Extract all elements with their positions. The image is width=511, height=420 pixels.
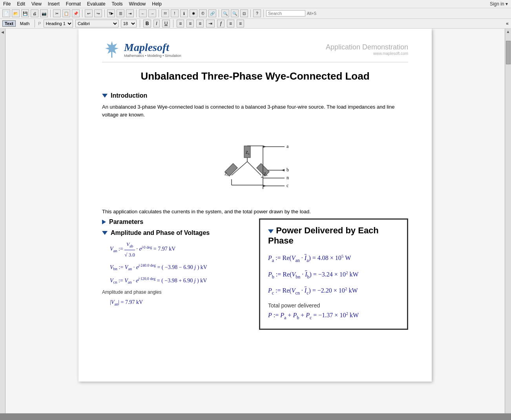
print-icon[interactable]: 🖨 (31, 9, 38, 17)
arrow-left-icon[interactable]: ← (139, 9, 147, 17)
left-margin: ◀ (0, 29, 5, 413)
style-select[interactable]: Heading 1 (44, 20, 73, 27)
list2-button[interactable]: ≡ (237, 20, 244, 27)
menu-evaluate[interactable]: Evaluate (87, 1, 106, 7)
indent-increase-button[interactable]: ⇥ (206, 20, 215, 27)
screenshot-icon[interactable]: 📷 (40, 9, 48, 17)
menu-tools[interactable]: Tools (112, 1, 123, 7)
sep1 (50, 9, 51, 17)
zoom-in-icon[interactable]: 🔍 (221, 9, 229, 17)
info-icon[interactable]: ℹ (180, 9, 188, 17)
align-left-button[interactable]: ≡ (177, 20, 184, 27)
asterisk-icon[interactable]: ✱ (190, 9, 197, 17)
power-collapse-icon[interactable] (268, 229, 274, 233)
math-mode-button[interactable]: Math (18, 21, 31, 26)
fmt-sep (140, 20, 140, 27)
signin-area: Sign in ▾ (490, 1, 508, 7)
text-format-icon[interactable]: T▶ (107, 9, 115, 17)
align-right-button[interactable]: ≡ (196, 20, 204, 27)
open-icon[interactable]: 📂 (12, 9, 20, 17)
collapse-icon[interactable]: « (506, 21, 509, 26)
power-section: Power Delivered by Each Phase Pa := Re(V… (259, 218, 408, 330)
signin-link[interactable]: Sign in (490, 1, 504, 7)
parameters-collapse-icon[interactable] (102, 220, 106, 224)
doc-outer: ◀ Maplesoft Mathematics • Mode (0, 29, 511, 413)
svg-text:b: b (287, 167, 289, 173)
cut-icon[interactable]: ✂ (53, 9, 61, 17)
logo-area: Maplesoft Mathematics • Modeling • Simul… (102, 40, 181, 58)
voltages-collapse-icon[interactable] (102, 231, 108, 235)
size-select[interactable]: 18 (121, 20, 137, 27)
menu-help[interactable]: Help (152, 1, 162, 7)
svg-marker-7 (263, 145, 266, 148)
doc-scroll: Maplesoft Mathematics • Modeling • Simul… (5, 29, 505, 413)
intro-collapse-icon[interactable] (102, 94, 108, 98)
menubar: File Edit View Insert Format Evaluate To… (0, 0, 511, 8)
search-shortcut: Alt+S (307, 11, 316, 16)
svg-text:a: a (287, 144, 289, 149)
app-demo-area: Application Demonstration www.maplesoft.… (326, 43, 408, 56)
formula-button[interactable]: ƒ (217, 20, 224, 27)
fmt-sep2 (173, 20, 173, 27)
power-heading-text: Power Delivered by Each Phase (268, 225, 379, 245)
circled-c-icon[interactable]: © (199, 9, 207, 17)
total-power-formula: P := Pa + Pb + Pc = −1.37 × 102 kW (268, 311, 399, 321)
menu-view[interactable]: View (31, 1, 42, 7)
italic-button[interactable]: I (153, 20, 159, 27)
zoom-out-icon[interactable]: 🔍 (231, 9, 239, 17)
search-input[interactable] (266, 10, 305, 16)
left-col: Parameters Amplitude and Phase of Voltag… (102, 218, 259, 330)
scroll-up-arrow[interactable]: ▲ (506, 29, 510, 34)
scrollbar[interactable]: ▲ (505, 29, 511, 413)
scroll-thumb[interactable] (506, 41, 511, 64)
van-formula: Van := Vab √ 3.0 · ej·0 deg = 7.97 kV (110, 240, 255, 260)
intro-heading-text: Introduction (111, 92, 147, 99)
menu-edit[interactable]: Edit (17, 1, 25, 7)
left-arrow[interactable]: ◀ (1, 30, 4, 34)
paragraph-icon: P (38, 21, 41, 26)
list-icon[interactable]: ☰ (117, 9, 124, 17)
link-icon[interactable]: 🔗 (208, 9, 216, 17)
menubar-items: File Edit View Insert Format Evaluate To… (3, 1, 162, 7)
sep7 (250, 9, 251, 17)
text-mode-button[interactable]: Text (2, 20, 16, 27)
save-icon[interactable]: 💾 (21, 9, 29, 17)
logo-name: Maplesoft (124, 41, 181, 54)
circuit-svg: a b n c Za (200, 124, 310, 203)
sep6 (219, 9, 219, 17)
excl-icon[interactable]: ! (171, 9, 179, 17)
copy-icon[interactable]: 📋 (62, 9, 70, 17)
bold-button[interactable]: B (143, 20, 151, 27)
indent-icon[interactable]: ⇥ (126, 9, 134, 17)
font-select[interactable]: Calibri (75, 20, 119, 27)
doc-title: Unbalanced Three-Phase Wye-Connected Loa… (102, 70, 408, 82)
app-demo-url: www.maplesoft.com (326, 51, 408, 56)
menu-insert[interactable]: Insert (48, 1, 60, 7)
subsection-text: Amplitude and phase angles (102, 289, 255, 295)
align-center-button[interactable]: ≡ (186, 20, 194, 27)
redo-icon[interactable]: ↪ (94, 9, 102, 17)
total-power-label: Total power delivered (268, 302, 399, 309)
svg-marker-12 (263, 185, 266, 187)
underline-button[interactable]: U (162, 20, 170, 27)
voltages-section: Amplitude and Phase of Voltages Van := V… (102, 229, 255, 308)
menu-file[interactable]: File (3, 1, 11, 7)
logo-tagline: Mathematics • Modeling • Simulation (124, 54, 181, 58)
arrow-right-icon[interactable]: → (148, 9, 156, 17)
list-button[interactable]: ≡ (227, 20, 234, 27)
help-icon[interactable]: ? (253, 9, 261, 17)
undo-icon[interactable]: ↩ (85, 9, 93, 17)
menu-window[interactable]: Window (129, 1, 146, 7)
menu-format[interactable]: Format (66, 1, 81, 7)
zoom-fit-icon[interactable]: ⊡ (240, 9, 248, 17)
logo-text-area: Maplesoft Mathematics • Modeling • Simul… (124, 41, 181, 58)
pc-formula: Pc := Re(Vcn · Ic) = −2.20 × 102 kW (268, 284, 399, 298)
maple-icon[interactable]: !!! (161, 9, 169, 17)
new-icon[interactable]: 📄 (2, 9, 10, 17)
toolbar: 📄 📂 💾 🖨 📷 ✂ 📋 📌 ↩ ↪ T▶ ☰ ⇥ ← → !!! ! ℹ ✱… (0, 8, 511, 19)
mode-sep (35, 20, 35, 27)
sep5 (159, 9, 159, 17)
parameters-heading: Parameters (102, 218, 255, 225)
modebar: Text Math P Heading 1 Calibri 18 B I U ≡… (0, 19, 511, 29)
paste-icon[interactable]: 📌 (72, 9, 80, 17)
